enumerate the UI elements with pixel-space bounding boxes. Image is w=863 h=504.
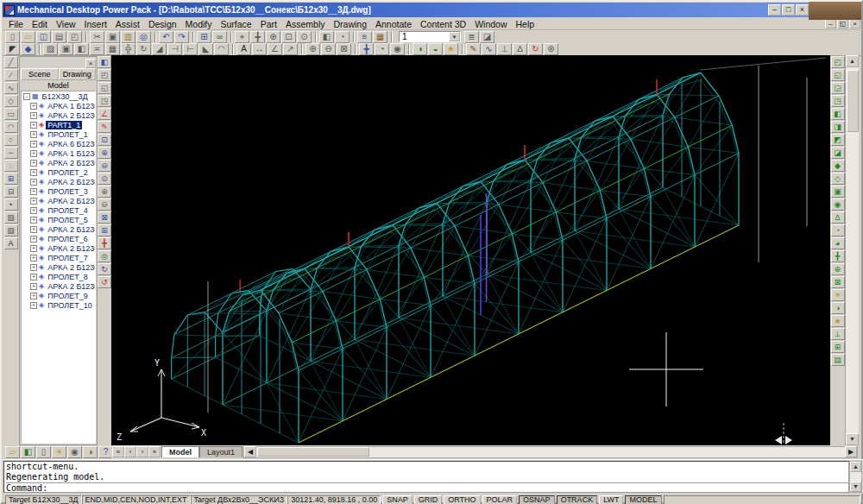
status-otrack-button[interactable]: OTRACK [557,495,598,504]
copy-object-icon[interactable]: ▣ [59,43,73,55]
tree-item[interactable]: +◈АРКА 2 Б1230_8 [22,262,95,272]
zoom-icon[interactable]: ⊕ [831,263,845,275]
render-icon[interactable]: ★ [444,43,458,55]
fillet-icon[interactable]: ◠ [214,43,229,55]
move-icon[interactable]: ╬ [121,43,135,55]
tree-node-label[interactable]: ПРОЛЕТ_5 [46,216,90,224]
tree-item[interactable]: +◈АРКА 2 Б1230_6 [22,224,95,234]
redraw-icon[interactable]: ↻ [98,263,111,275]
ellipse-icon[interactable]: ◌ [4,160,18,172]
zoom-in-icon[interactable]: ⊕ [306,43,320,55]
left-view-icon[interactable]: ◲ [831,82,845,94]
title-bar[interactable]: Mechanical Desktop Power Pack - [D:\Rabo… [3,3,810,17]
block-insert-icon[interactable]: ⊞ [4,173,18,185]
match-properties-icon[interactable]: ◎ [136,31,151,43]
tree-item[interactable]: +◈ПРОЛЕТ_9 [22,291,95,300]
new-sketch-icon[interactable]: ✎ [98,121,111,133]
tree-expander-icon[interactable]: + [30,283,37,290]
aerial-view-icon[interactable]: ◎ [98,250,111,262]
top-view-icon[interactable]: ◰ [98,69,111,81]
tree-expander-icon[interactable]: + [30,245,37,252]
menu-drawing[interactable]: Drawing [329,19,371,29]
scale-icon[interactable]: ◢ [152,43,167,55]
browser-tab-drawing[interactable]: Drawing [59,68,97,80]
select-icon[interactable]: ◤ [5,43,20,55]
offset-icon[interactable]: ≍ [90,43,104,55]
cut-icon[interactable]: ✂ [90,31,104,43]
zoom-dynamic-icon[interactable]: ⊕ [98,147,111,159]
rotate-icon[interactable]: ↻ [136,43,151,55]
light-icon[interactable]: ☀ [831,289,845,301]
tree-node-label[interactable]: АРКА 1 Б1230_2 [46,149,96,158]
menu-window[interactable]: Window [470,19,511,29]
leader-icon[interactable]: ↗ [283,43,298,55]
menu-help[interactable]: Help [512,19,539,29]
tree-expander-icon[interactable]: + [30,179,37,186]
combo-dropdown-icon[interactable]: ▼ [449,32,460,41]
hide-icon[interactable]: ◒ [428,43,443,55]
tree-item[interactable]: +◈ПРОЛЕТ_7 [22,253,95,262]
update-part-icon[interactable]: ↻ [528,43,543,55]
bottom-view-icon[interactable]: ◱ [831,69,845,81]
design-center-icon[interactable]: ▦ [373,31,387,43]
3d-views-icon[interactable]: ▤ [831,354,845,366]
tree-node-label[interactable]: АРКА 2 Б1230_3 [46,178,96,186]
scroll-right-button[interactable]: ▶ [845,446,857,457]
command-scroll-up-button[interactable]: ▲ [850,462,861,472]
tree-item[interactable]: +◈АРКА 1 Б1230_2 [22,148,95,158]
tree-expander-icon[interactable]: + [30,112,37,119]
tab-layout1[interactable]: Layout1 [199,446,243,457]
tree-node-label[interactable]: АРКА 2 Б1230_6 [46,225,96,234]
nw-iso-view-icon[interactable]: ◇ [831,173,845,185]
front-view-icon[interactable]: ◱ [98,82,111,94]
tree-expander-icon[interactable]: + [30,236,37,243]
zoom-extents-icon[interactable]: ⊠ [337,43,351,55]
material-icon[interactable]: ◑ [83,446,98,458]
menu-insert[interactable]: Insert [80,19,111,29]
status-snap-button[interactable]: SNAP [382,495,413,504]
sketch-view-icon[interactable]: ∠ [98,108,111,120]
tree-item[interactable]: +◈АРКА 2 Б1230_2 [22,158,95,167]
new-drawing-icon[interactable]: ▯ [5,31,20,43]
tree-node-label[interactable]: ПРОЛЕТ_4 [46,206,90,215]
tree-node-label[interactable]: АРКА 6 Б1230_1 [46,140,96,148]
profile-icon[interactable]: ∿ [482,43,496,55]
tree-node-label[interactable]: PART1_1 [46,121,82,129]
options-icon[interactable]: ⊛ [544,43,558,55]
named-views-icon[interactable]: ◧ [319,31,334,43]
status-polar-button[interactable]: POLAR [482,495,518,504]
spline-icon[interactable]: ∼ [4,147,18,159]
horizontal-scroll-thumb[interactable] [257,447,369,457]
pan-icon[interactable]: ╋ [250,31,265,43]
open-icon[interactable]: ▱ [21,31,35,43]
tree-expander-icon[interactable]: + [30,188,37,195]
polyline-icon[interactable]: ∿ [4,82,18,94]
pan-realtime-icon[interactable]: ╋ [359,43,374,55]
tree-expander-icon[interactable]: + [30,103,37,110]
orbit-icon[interactable]: ◔ [335,31,350,43]
status-grid-button[interactable]: GRID [414,495,443,504]
region-icon[interactable]: ▧ [4,224,18,236]
tree-item[interactable]: +◈АРКА 2 Б1230_1 [22,110,95,120]
scroll-down-button[interactable]: ▼ [846,433,859,445]
camera-icon[interactable]: ◉ [390,43,405,55]
tree-item[interactable]: +◈ПРОЛЕТ_2 [22,167,95,177]
tree-item[interactable]: +◈АРКА 2 Б1230_9 [22,281,95,291]
mdi-minimize-button[interactable]: – [825,19,836,28]
tree-expander-icon[interactable]: + [30,255,37,261]
save-icon[interactable]: ◫ [36,31,51,43]
front-view-icon[interactable]: ◧ [831,108,845,120]
zoom-in-icon[interactable]: ⊕ [98,186,111,198]
sw-iso-view-icon[interactable]: ◩ [831,134,845,146]
ne-iso-view-icon[interactable]: ◆ [831,160,845,172]
status-osnap-button[interactable]: OSNAP [519,495,555,504]
tree-node-label[interactable]: АРКА 2 Б1230_2 [46,159,96,167]
tree-node-label[interactable]: ПРОЛЕТ_10 [46,301,94,310]
menu-edit[interactable]: Edit [28,19,52,29]
style-combo[interactable]: 1 ▼ [399,31,461,42]
right-view-icon[interactable]: ◳ [831,95,845,107]
zoom-extents-icon[interactable]: ⊞ [98,224,111,236]
tree-expander-icon[interactable]: + [30,217,37,224]
se-iso-view-icon[interactable]: ◪ [831,147,845,159]
arc-icon[interactable]: ◠ [4,121,18,133]
